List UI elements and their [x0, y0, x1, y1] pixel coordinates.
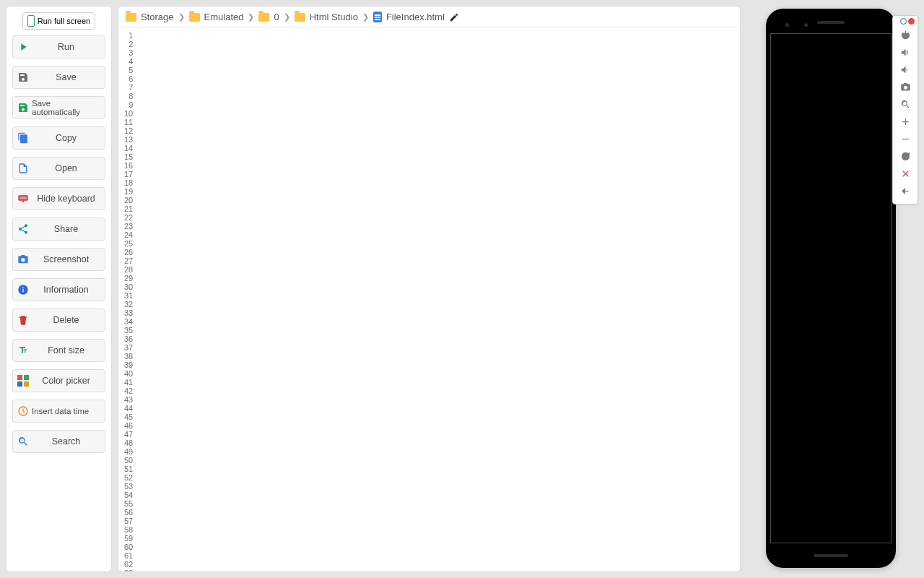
- hide-keyboard-button[interactable]: Hide keyboard: [12, 187, 105, 210]
- code-area[interactable]: [137, 28, 740, 571]
- line-number: 32: [124, 300, 133, 309]
- svg-rect-2: [22, 287, 23, 288]
- svg-rect-6: [24, 381, 29, 387]
- line-number: 20: [124, 196, 133, 204]
- phone-icon: [27, 15, 35, 27]
- editor-panel: Storage ❯ Emulated ❯ 0 ❯ Html Studio ❯ F…: [118, 6, 741, 572]
- share-icon: [17, 223, 29, 235]
- breadcrumb-file[interactable]: FileIndex.html: [386, 12, 445, 22]
- line-number: 36: [124, 335, 133, 343]
- line-number: 40: [124, 369, 133, 378]
- volume-down-button[interactable]: [893, 61, 918, 78]
- editor-body: 1234567891011121314151617181920212223242…: [118, 28, 740, 571]
- line-number: 38: [124, 352, 133, 361]
- save-auto-button[interactable]: Save automatically: [12, 96, 105, 119]
- phone-screen: [770, 33, 892, 543]
- line-number: 48: [124, 439, 133, 447]
- folder-icon: [258, 13, 269, 22]
- line-number: 58: [124, 525, 133, 534]
- line-number: 18: [124, 178, 133, 187]
- camera-button[interactable]: [893, 78, 918, 95]
- breadcrumb: Storage ❯ Emulated ❯ 0 ❯ Html Studio ❯ F…: [118, 7, 740, 28]
- volume-up-button[interactable]: [893, 43, 918, 61]
- info-icon: [17, 284, 29, 296]
- insert-time-button[interactable]: Insert data time: [12, 400, 105, 423]
- breadcrumb-segment[interactable]: Storage: [141, 12, 174, 22]
- share-button[interactable]: Share: [12, 217, 105, 241]
- zoom-search-button[interactable]: [893, 95, 918, 113]
- font-size-button[interactable]: Font size: [12, 339, 105, 362]
- search-button[interactable]: Search: [12, 430, 105, 453]
- line-number: 11: [124, 118, 133, 126]
- line-number: 25: [124, 239, 133, 248]
- minimize-icon[interactable]: [900, 18, 907, 25]
- trash-icon: [17, 314, 29, 326]
- svg-rect-5: [17, 381, 22, 387]
- screenshot-button[interactable]: Screenshot: [12, 248, 105, 271]
- line-number: 2: [124, 40, 133, 48]
- information-button[interactable]: Information: [12, 278, 105, 301]
- line-number: 63: [124, 569, 133, 571]
- line-number: 33: [124, 309, 133, 317]
- phone-preview[interactable]: [766, 9, 896, 568]
- run-fullscreen-label: Run full screen: [38, 17, 90, 25]
- line-number: 9: [124, 100, 133, 109]
- chevron-right-icon: ❯: [362, 12, 369, 22]
- open-button[interactable]: Open: [12, 157, 105, 180]
- save-button[interactable]: Save: [12, 66, 105, 89]
- line-number: 31: [124, 291, 133, 300]
- folder-icon: [126, 13, 136, 22]
- line-number: 12: [124, 126, 133, 135]
- power-button[interactable]: [893, 26, 918, 43]
- sidebar: Run full screen Run Save Save automatica…: [6, 6, 112, 572]
- line-number: 26: [124, 248, 133, 256]
- zoom-out-button[interactable]: [893, 130, 918, 147]
- preview-area: [746, 6, 918, 572]
- line-number: 61: [124, 551, 133, 560]
- line-number: 19: [124, 187, 133, 196]
- zoom-in-button[interactable]: [893, 113, 918, 130]
- reload-button[interactable]: [893, 147, 918, 165]
- clock-icon: [17, 405, 29, 417]
- keyboard-icon: [17, 193, 29, 204]
- svg-rect-3: [17, 375, 22, 380]
- line-number: 23: [124, 222, 133, 230]
- preview-toolbar: [892, 15, 918, 204]
- breadcrumb-segment[interactable]: Emulated: [204, 12, 244, 22]
- line-number: 56: [124, 508, 133, 517]
- run-button[interactable]: Run: [12, 35, 105, 59]
- svg-rect-1: [22, 289, 23, 293]
- line-number: 5: [124, 66, 133, 74]
- line-number: 24: [124, 230, 133, 239]
- line-number: 54: [124, 491, 133, 499]
- chevron-right-icon: ❯: [248, 12, 254, 22]
- run-fullscreen-button[interactable]: Run full screen: [22, 12, 95, 30]
- phone-cam-dot: [785, 23, 789, 27]
- delete-button[interactable]: Delete: [12, 309, 105, 332]
- phone-speaker: [817, 21, 845, 24]
- line-number: 46: [124, 421, 133, 430]
- line-number: 53: [124, 482, 133, 491]
- font-icon: [17, 345, 29, 356]
- camera-icon: [17, 254, 29, 265]
- edit-icon[interactable]: [449, 12, 459, 22]
- line-number: 10: [124, 109, 133, 118]
- color-picker-button[interactable]: Color picker: [12, 369, 105, 392]
- line-number: 6: [124, 74, 133, 83]
- line-number: 4: [124, 57, 133, 66]
- line-number: 60: [124, 543, 133, 551]
- line-number: 8: [124, 92, 133, 100]
- breadcrumb-segment[interactable]: 0: [274, 12, 279, 22]
- line-number: 21: [124, 204, 133, 213]
- copy-button[interactable]: Copy: [12, 126, 105, 150]
- copy-icon: [17, 132, 29, 144]
- line-gutter: 1234567891011121314151617181920212223242…: [118, 28, 137, 571]
- line-number: 35: [124, 326, 133, 335]
- back-button[interactable]: [893, 182, 918, 199]
- line-number: 28: [124, 265, 133, 274]
- line-number: 42: [124, 387, 133, 395]
- line-number: 30: [124, 282, 133, 291]
- stop-button[interactable]: [893, 165, 918, 182]
- close-icon[interactable]: [908, 18, 915, 25]
- breadcrumb-segment[interactable]: Html Studio: [310, 12, 358, 22]
